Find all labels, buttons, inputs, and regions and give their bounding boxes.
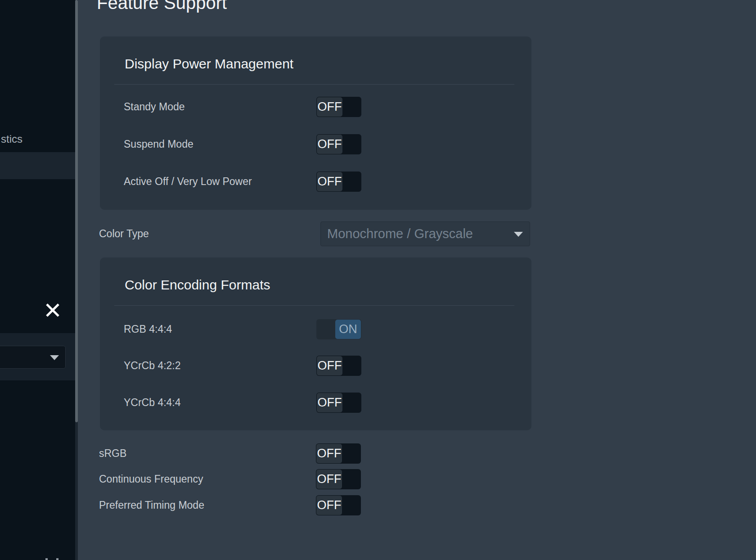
toggle-state-label[interactable]: OFF xyxy=(316,496,342,515)
toggle-state-label[interactable]: OFF xyxy=(316,444,342,463)
active-off-toggle[interactable]: OFF xyxy=(316,172,361,192)
row-label: Active Off / Very Low Power xyxy=(124,172,252,192)
toggle-state-label[interactable]: OFF xyxy=(317,135,342,154)
preferred-timing-mode-toggle[interactable]: OFF xyxy=(316,495,361,515)
toggle-row: YCrCb 4:4:4 OFF xyxy=(100,393,531,413)
toggle-state-label[interactable]: ON xyxy=(335,320,361,339)
chevron-down-icon xyxy=(50,355,59,360)
toggle-state-label[interactable]: OFF xyxy=(317,356,342,375)
row-label: YCrCb 4:2:2 xyxy=(124,356,181,376)
color-encoding-panel: Color Encoding Formats RGB 4:4:4 ON YCrC… xyxy=(100,257,531,430)
toggle-row: Preferred Timing Mode OFF xyxy=(78,495,756,515)
row-label: Suspend Mode xyxy=(124,134,194,154)
sidebar-select[interactable] xyxy=(0,346,66,369)
color-type-row: Color Type Monochrome / Grayscale xyxy=(78,221,756,246)
sidebar-item-label: stics xyxy=(1,133,22,145)
divider xyxy=(114,305,514,306)
sidebar: stics xyxy=(0,0,75,560)
toggle-row: sRGB OFF xyxy=(78,443,756,464)
toggle-row: Active Off / Very Low Power OFF xyxy=(100,172,531,192)
display-power-panel: Display Power Management Standy Mode OFF… xyxy=(100,36,531,210)
toggle-row: YCrCb 4:2:2 OFF xyxy=(100,356,531,376)
toggle-state-label[interactable]: OFF xyxy=(316,470,342,489)
rgb-444-toggle[interactable]: ON xyxy=(316,319,361,339)
color-type-value: Monochrome / Grayscale xyxy=(327,226,473,241)
toggle-row: Suspend Mode OFF xyxy=(100,134,531,154)
toggle-state-label[interactable]: OFF xyxy=(317,172,342,191)
row-label: Continuous Frequency xyxy=(99,469,203,489)
color-type-label: Color Type xyxy=(99,221,149,246)
divider xyxy=(114,84,514,85)
standy-mode-toggle[interactable]: OFF xyxy=(316,97,361,117)
toggle-state-label[interactable]: OFF xyxy=(317,393,342,412)
row-label: Preferred Timing Mode xyxy=(99,495,204,515)
color-type-select[interactable]: Monochrome / Grayscale xyxy=(320,221,530,246)
page-title: Feature Support xyxy=(97,0,227,14)
row-label: Standy Mode xyxy=(124,97,185,117)
row-label: sRGB xyxy=(99,443,126,464)
srgb-toggle[interactable]: OFF xyxy=(316,443,361,464)
ycrcb-444-toggle[interactable]: OFF xyxy=(316,393,361,413)
app-window: stics Feature Support Display Power Mana… xyxy=(0,0,756,560)
row-label: RGB 4:4:4 xyxy=(124,319,172,339)
chevron-down-icon xyxy=(514,232,523,237)
toggle-row: Standy Mode OFF xyxy=(100,97,531,117)
suspend-mode-toggle[interactable]: OFF xyxy=(316,134,361,154)
clipped-glyph xyxy=(56,558,58,560)
toggle-row: RGB 4:4:4 ON xyxy=(100,319,531,339)
clipped-glyph xyxy=(45,558,48,560)
toggle-row: Continuous Frequency OFF xyxy=(78,469,756,489)
close-icon[interactable] xyxy=(45,302,61,318)
main-content: Feature Support Display Power Management… xyxy=(78,0,756,560)
panel-heading: Color Encoding Formats xyxy=(125,277,270,293)
row-label: YCrCb 4:4:4 xyxy=(124,393,181,413)
panel-heading: Display Power Management xyxy=(125,56,293,72)
continuous-frequency-toggle[interactable]: OFF xyxy=(316,469,361,489)
toggle-state-label[interactable]: OFF xyxy=(317,97,342,117)
sidebar-item-highlight[interactable] xyxy=(0,152,75,179)
ycrcb-422-toggle[interactable]: OFF xyxy=(316,356,361,376)
